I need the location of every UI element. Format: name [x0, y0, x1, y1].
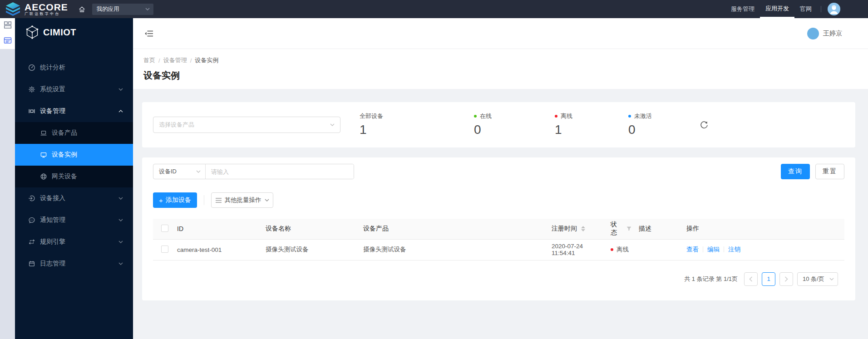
action-row: + 添加设备 其他批量操作 [153, 192, 844, 208]
search-field-select[interactable]: 设备ID [153, 164, 205, 179]
sidebar-item-device-instance[interactable]: 设备实例 [15, 144, 133, 166]
iot-app-window-icon[interactable] [4, 36, 12, 44]
breadcrumb-current: 设备实例 [195, 56, 218, 64]
page-head: 首页 / 设备管理 / 设备实例 设备实例 [133, 49, 868, 89]
sidebar-item-device-access[interactable]: 设备接入 [15, 187, 133, 209]
sidebar-item-system-settings[interactable]: 系统设置 [15, 79, 133, 100]
brand-subtitle: 广联达数字中台 [25, 12, 68, 16]
list-icon [216, 198, 222, 203]
sidebar-item-gateway-device[interactable]: 网关设备 [15, 166, 133, 187]
reset-button[interactable]: 重置 [815, 164, 844, 179]
breadcrumb-home[interactable]: 首页 [143, 56, 155, 64]
stat-total-devices: 全部设备 1 [360, 112, 383, 137]
sidebar: CIMIOT 统计分析 系统设置 [15, 18, 133, 339]
sidebar-item-statistics[interactable]: 统计分析 [15, 57, 133, 79]
aecore-logo-icon [5, 2, 21, 16]
page-content: 选择设备产品 全部设备 1 在线 0 离线 1 未激活 0 [133, 89, 868, 339]
col-status[interactable]: 状态 [607, 219, 635, 239]
topnav-divider [821, 6, 821, 12]
search-input[interactable] [206, 164, 354, 179]
app-select[interactable]: 我的应用 [92, 4, 153, 15]
col-registered-time[interactable]: 注册时间 [548, 219, 607, 239]
page-title: 设备实例 [143, 69, 868, 82]
plus-icon: + [159, 197, 163, 204]
chevron-down-icon [118, 219, 123, 221]
add-device-button[interactable]: + 添加设备 [153, 192, 197, 208]
row-checkbox[interactable] [161, 246, 168, 253]
top-bar: AECORE 广联达数字中台 我的应用 服务管理 应用开发 官网 [0, 0, 868, 18]
globe-icon [40, 173, 47, 180]
stat-value: 1 [360, 123, 383, 137]
sidebar-item-rule-engine[interactable]: 规则引擎 [15, 231, 133, 253]
topnav-service-manage[interactable]: 服务管理 [725, 0, 760, 18]
sidebar-item-device-manage[interactable]: 设备管理 [15, 100, 133, 122]
edit-link[interactable]: 编辑 [707, 246, 720, 253]
view-link[interactable]: 查看 [686, 246, 699, 253]
chevron-down-icon [118, 241, 123, 243]
home-icon[interactable] [78, 5, 86, 13]
chevron-down-icon [118, 88, 123, 91]
page-number-button[interactable]: 1 [762, 272, 775, 286]
user-avatar-icon[interactable] [828, 3, 840, 15]
aecore-logo[interactable]: AECORE 广联达数字中台 [5, 2, 68, 16]
batch-operations-button[interactable]: 其他批量操作 [211, 192, 273, 208]
cell-status: 离线 [607, 239, 635, 260]
page-size-select[interactable]: 10 条/页 [797, 272, 838, 286]
sidebar-item-label: 规则引擎 [40, 238, 65, 246]
gear-icon [28, 86, 35, 93]
prev-page-button[interactable] [744, 272, 758, 286]
sidebar-item-device-product[interactable]: 设备产品 [15, 122, 133, 144]
deregister-link[interactable]: 注销 [728, 246, 740, 253]
sidebar-item-label: 设备产品 [52, 129, 77, 137]
topnav-app-dev[interactable]: 应用开发 [760, 0, 794, 18]
batch-operations-label: 其他批量操作 [225, 196, 261, 204]
caret-down-icon [581, 229, 585, 231]
breadcrumb: 首页 / 设备管理 / 设备实例 [143, 56, 868, 64]
product-brand: CIMIOT [15, 18, 133, 46]
cell-device-product: 摄像头测试设备 [360, 239, 548, 260]
device-stats-card: 选择设备产品 全部设备 1 在线 0 离线 1 未激活 0 [142, 102, 855, 147]
menu-fold-icon[interactable] [144, 29, 153, 38]
side-menu: 统计分析 系统设置 [15, 46, 133, 275]
online-dot [474, 115, 477, 118]
brand-name: AECORE [25, 3, 68, 12]
select-all-checkbox[interactable] [161, 225, 168, 232]
breadcrumb-device-manage[interactable]: 设备管理 [163, 56, 187, 64]
product-select-placeholder: 选择设备产品 [159, 121, 194, 129]
stat-label: 未激活 [634, 112, 652, 120]
sort-icons[interactable] [581, 226, 585, 231]
sidebar-item-log-manage[interactable]: 日志管理 [15, 253, 133, 275]
refresh-icon[interactable] [700, 120, 709, 129]
query-button[interactable]: 查询 [781, 164, 810, 179]
cell-actions: 查看编辑注销 [683, 239, 844, 260]
stat-not-activated: 未激活 0 [628, 112, 652, 137]
chevron-down-icon [330, 123, 335, 126]
stat-online: 在线 0 [474, 112, 492, 137]
apps-grid-icon[interactable] [4, 21, 12, 29]
search-row: 设备ID 查询 重置 [153, 164, 844, 179]
sidebar-item-label: 设备接入 [40, 194, 65, 202]
logs-icon [28, 260, 35, 267]
filter-icon[interactable] [626, 226, 631, 231]
top-nav: 服务管理 应用开发 官网 [725, 0, 840, 18]
topnav-official-site[interactable]: 官网 [794, 0, 817, 18]
app-strip-tiles [0, 18, 15, 49]
next-page-button[interactable] [779, 272, 793, 286]
app-strip [0, 18, 15, 339]
table-row: camera-test-001 摄像头测试设备 摄像头测试设备 2020-07-… [153, 239, 844, 260]
chevron-down-icon [265, 199, 269, 201]
col-device-product: 设备产品 [360, 219, 548, 239]
device-table: ID 设备名称 设备产品 注册时间 [153, 219, 844, 260]
sidebar-item-notification-manage[interactable]: 通知管理 [15, 209, 133, 231]
main-area: 王婷京 首页 / 设备管理 / 设备实例 设备实例 选择设备产品 全部设备 [133, 18, 868, 339]
search-field-value: 设备ID [159, 167, 177, 176]
product-select[interactable]: 选择设备产品 [153, 117, 340, 133]
search-group: 设备ID [153, 164, 354, 179]
notify-icon [28, 216, 35, 224]
chevron-down-icon [118, 262, 123, 265]
col-id: ID [173, 219, 262, 239]
laptop-icon [40, 129, 47, 137]
offline-dot [555, 115, 557, 118]
current-user[interactable]: 王婷京 [807, 28, 842, 39]
cell-id: camera-test-001 [173, 239, 262, 260]
